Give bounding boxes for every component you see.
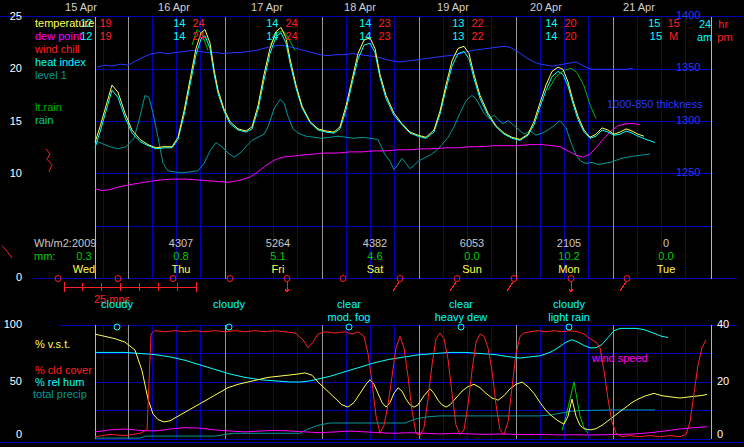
solar-value: 6053 (460, 238, 484, 249)
meteogram-screen: 24 hr am pm 1000-850 thickness Wh/m2: 20… (0, 0, 744, 447)
dew-minmax-max: 19 (100, 31, 112, 42)
axis-tick-top-right: 1400 (676, 10, 700, 21)
condition-line2: mod. fog (328, 312, 371, 323)
temp-minmax: 1424 (266, 18, 298, 29)
temp-minmax: 1322 (452, 18, 484, 29)
condition-line1: clear (337, 299, 361, 310)
precip-value: 0.0 (464, 251, 479, 262)
solar-value: 4307 (169, 238, 193, 249)
day-label: Thu (172, 264, 191, 275)
temp-minmax-max: 22 (472, 18, 484, 29)
date-label: 19 Apr (437, 2, 469, 13)
ampm-pm: pm (717, 31, 732, 43)
date-label: 17 Apr (251, 2, 283, 13)
date-label: 21 Apr (623, 2, 655, 13)
precip-row-label: mm: (34, 251, 55, 262)
day-label: Wed (73, 264, 95, 275)
dew-minmax: 15M (650, 31, 678, 42)
precip-value: 0.8 (173, 251, 188, 262)
precip-value: 0.3 (76, 251, 91, 262)
dew-minmax: 1219 (80, 31, 112, 42)
day-label: Sat (367, 264, 384, 275)
dew-minmax-max: 24 (193, 31, 205, 42)
solar-row-label: Wh/m2: (34, 238, 72, 249)
wind-speed-label: wind speed (592, 353, 648, 364)
hr24-value: 24 (699, 18, 711, 30)
date-label: 20 Apr (530, 2, 562, 13)
precip-value: 0.0 (658, 251, 673, 262)
thickness-label: 1000-850 thickness (607, 99, 702, 110)
axis-tick-top-right: 1350 (676, 62, 700, 73)
legend-bottom-item: % cld cover (35, 365, 92, 376)
temp-minmax: 1420 (545, 18, 577, 29)
day-label: Mon (558, 264, 579, 275)
temp-minmax-max: 23 (379, 18, 391, 29)
dew-minmax: 1424 (266, 31, 298, 42)
temp-minmax-max: 24 (193, 18, 205, 29)
day-label: Sun (462, 264, 482, 275)
axis-tick-top-left: 25 (0, 11, 22, 22)
temp-minmax-max: 19 (100, 18, 112, 29)
legend-top-item: dew point (35, 31, 82, 42)
legend-rain-item: lt.rain (35, 102, 62, 113)
legend-top-item: heat index (35, 57, 86, 68)
condition-line1: clear (449, 299, 473, 310)
day-label: Tue (657, 264, 676, 275)
dew-minmax-min: 15 (650, 31, 662, 42)
solar-value: 5264 (266, 238, 290, 249)
dew-minmax-min: 14 (173, 31, 185, 42)
axis-tick-bottom-right: 20 (717, 376, 729, 387)
date-label: 15 Apr (65, 2, 97, 13)
condition-line1: cloudy (101, 299, 133, 310)
axis-tick-bottom-right: 40 (717, 319, 729, 330)
condition-line1: cloudy (553, 299, 585, 310)
hr24-unit: hr (718, 18, 728, 30)
date-label: 16 Apr (158, 2, 190, 13)
temp-minmax-min: 14 (173, 18, 185, 29)
condition-line2: light rain (548, 312, 590, 323)
temp-minmax-max: 20 (565, 18, 577, 29)
dew-minmax-max: 24 (286, 31, 298, 42)
legend-bottom-item: total precip (33, 389, 87, 400)
solar-value: 4382 (363, 238, 387, 249)
axis-tick-bottom-right: 0 (717, 429, 723, 440)
axis-tick-top-right: 1300 (676, 115, 700, 126)
units-24hr: 24 hr (699, 19, 728, 30)
dew-minmax: 1420 (545, 31, 577, 42)
dew-minmax-max: 20 (565, 31, 577, 42)
axis-tick-bottom-left: 100 (0, 319, 22, 330)
precip-value: 5.1 (270, 251, 285, 262)
dew-minmax-min: 14 (545, 31, 557, 42)
temp-minmax-min: 15 (648, 18, 660, 29)
dew-minmax-min: 14 (266, 31, 278, 42)
temp-minmax-min: 14 (266, 18, 278, 29)
axis-tick-top-right: 1250 (676, 167, 700, 178)
temp-minmax-min: 14 (545, 18, 557, 29)
dew-minmax-max: M (669, 31, 678, 42)
label-layer: 24 hr am pm 1000-850 thickness Wh/m2: 20… (0, 0, 744, 447)
temp-minmax-max: 24 (286, 18, 298, 29)
dew-minmax: 1423 (359, 31, 391, 42)
legend-top-item: temperature (35, 18, 94, 29)
axis-tick-top-left: 20 (0, 63, 22, 74)
temp-minmax-min: 13 (452, 18, 464, 29)
temp-minmax-min: 14 (359, 18, 371, 29)
dew-minmax-min: 13 (452, 31, 464, 42)
axis-tick-bottom-left: 50 (0, 376, 22, 387)
date-label: 18 Apr (344, 2, 376, 13)
dew-minmax: 1322 (452, 31, 484, 42)
legend-rain-item: rain (35, 115, 53, 126)
legend-bottom-item: % v.s.t. (35, 339, 70, 350)
condition-line1: cloudy (213, 299, 245, 310)
axis-tick-top-left: 15 (0, 116, 22, 127)
temp-minmax: 1423 (359, 18, 391, 29)
dew-minmax-max: 23 (379, 31, 391, 42)
precip-value: 4.6 (367, 251, 382, 262)
condition-line2: heavy dew (435, 312, 488, 323)
dew-minmax-min: 14 (359, 31, 371, 42)
legend-top-item: wind chill (35, 44, 80, 55)
precip-value: 10.2 (558, 251, 579, 262)
dew-minmax-max: 22 (472, 31, 484, 42)
legend-top-item: level 1 (35, 70, 67, 81)
units-ampm: am pm (697, 32, 733, 43)
